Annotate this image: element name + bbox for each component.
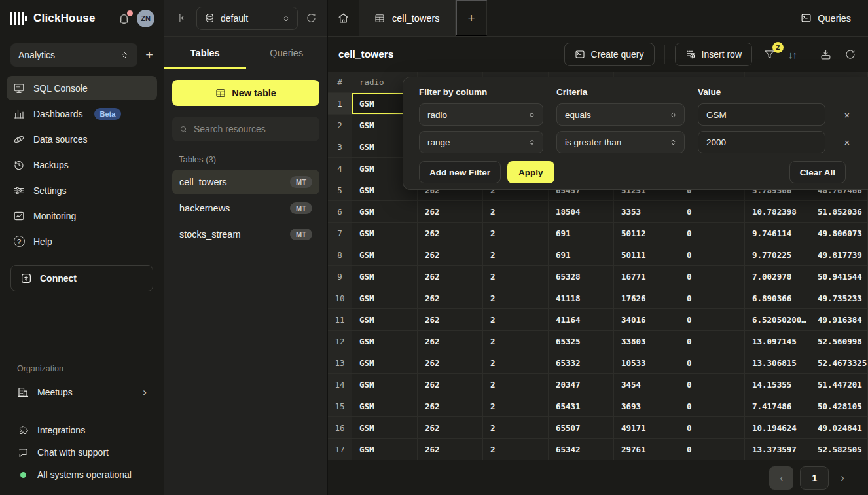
table-cell[interactable]: 17626 <box>614 287 679 309</box>
footer-item-integrations[interactable]: Integrations <box>10 420 153 440</box>
table-cell[interactable]: 41118 <box>549 287 614 309</box>
table-cell[interactable]: 49.735233 <box>810 287 868 309</box>
tab-queries[interactable]: Queries <box>246 37 328 69</box>
table-cell[interactable]: 52.560998 <box>810 331 868 352</box>
table-cell[interactable]: 2 <box>483 352 549 374</box>
table-cell[interactable]: 6.52050200… <box>745 309 810 331</box>
table-list-item-hackernews[interactable]: hackernews MT <box>172 196 319 221</box>
table-cell[interactable]: 262 <box>418 223 483 244</box>
table-cell[interactable]: 0 <box>679 244 745 266</box>
table-cell[interactable]: GSM <box>352 244 418 266</box>
home-button[interactable] <box>328 0 359 36</box>
sidebar-item-monitoring[interactable]: Monitoring <box>7 204 157 228</box>
table-cell[interactable]: 50.941544 <box>810 266 868 287</box>
table-cell[interactable]: 65328 <box>549 266 614 287</box>
refresh-data-button[interactable] <box>843 47 858 62</box>
sidebar-item-meetups[interactable]: Meetups › <box>10 380 153 404</box>
table-cell[interactable]: 2 <box>483 309 549 331</box>
table-cell[interactable]: 9.746114 <box>745 223 810 244</box>
apply-filters-button[interactable]: Apply <box>507 161 554 183</box>
table-cell[interactable]: 50111 <box>614 244 679 266</box>
filter-value-input-1[interactable] <box>698 103 825 126</box>
table-cell[interactable]: 0 <box>679 395 745 417</box>
table-list-item-cell-towers[interactable]: cell_towers MT <box>172 170 319 194</box>
table-cell[interactable]: 2 <box>483 266 549 287</box>
table-cell[interactable]: 0 <box>679 374 745 395</box>
main-tab-cell-towers[interactable]: cell_towers <box>359 0 456 36</box>
sidebar-item-settings[interactable]: Settings <box>7 178 157 202</box>
row-number[interactable]: 4 <box>328 158 352 179</box>
table-cell[interactable]: 10533 <box>614 352 679 374</box>
table-cell[interactable]: 13.373597 <box>745 439 810 460</box>
filter-value-input-2[interactable] <box>698 131 825 153</box>
table-cell[interactable]: 49171 <box>614 417 679 439</box>
table-cell[interactable]: 10.194624 <box>745 417 810 439</box>
table-cell[interactable]: 41164 <box>549 309 614 331</box>
table-cell[interactable]: 0 <box>679 309 745 331</box>
insert-row-button[interactable]: Insert row <box>675 43 752 66</box>
table-cell[interactable]: 262 <box>418 287 483 309</box>
table-cell[interactable]: 50.428105 <box>810 395 868 417</box>
table-cell[interactable]: GSM <box>352 223 418 244</box>
row-number[interactable]: 1 <box>328 93 352 115</box>
table-cell[interactable]: 50112 <box>614 223 679 244</box>
row-number[interactable]: 15 <box>328 395 352 417</box>
row-number[interactable]: 5 <box>328 179 352 201</box>
table-cell[interactable]: GSM <box>352 287 418 309</box>
remove-filter-button-2[interactable]: × <box>844 137 850 148</box>
avatar[interactable]: ZN <box>137 10 154 28</box>
table-cell[interactable]: 262 <box>418 439 483 460</box>
table-cell[interactable]: GSM <box>352 331 418 352</box>
current-page[interactable]: 1 <box>800 466 829 490</box>
sidebar-item-help[interactable]: ? Help <box>7 229 157 253</box>
sidebar-item-data-sources[interactable]: Data sources <box>7 127 157 151</box>
table-cell[interactable]: GSM <box>352 439 418 460</box>
table-cell[interactable]: 7.417486 <box>745 395 810 417</box>
table-cell[interactable]: 49.916384 <box>810 309 868 331</box>
notifications-button[interactable] <box>118 12 130 25</box>
add-filter-button[interactable]: Add new Filter <box>419 161 501 183</box>
table-cell[interactable]: 0 <box>679 223 745 244</box>
filter-button[interactable]: 2 <box>762 47 777 62</box>
table-cell[interactable]: GSM <box>352 266 418 287</box>
table-cell[interactable]: 34016 <box>614 309 679 331</box>
table-cell[interactable]: 65332 <box>549 352 614 374</box>
prev-page-button[interactable]: ‹ <box>769 466 793 490</box>
create-query-button[interactable]: Create query <box>564 43 655 66</box>
queries-button[interactable]: Queries <box>801 7 851 30</box>
row-number[interactable]: 12 <box>328 331 352 352</box>
new-tab-button[interactable]: + <box>456 0 487 36</box>
row-number[interactable]: 16 <box>328 417 352 439</box>
next-page-button[interactable]: › <box>835 471 850 485</box>
table-cell[interactable]: 16771 <box>614 266 679 287</box>
table-cell[interactable]: 2 <box>483 439 549 460</box>
row-number[interactable]: 14 <box>328 374 352 395</box>
table-cell[interactable]: 0 <box>679 439 745 460</box>
table-cell[interactable]: 2 <box>483 395 549 417</box>
table-cell[interactable]: 2 <box>483 201 549 223</box>
table-cell[interactable]: 20347 <box>549 374 614 395</box>
table-cell[interactable]: 33803 <box>614 331 679 352</box>
database-select[interactable]: default <box>196 7 298 30</box>
table-cell[interactable]: 65431 <box>549 395 614 417</box>
row-number[interactable]: 6 <box>328 201 352 223</box>
row-number[interactable]: 11 <box>328 309 352 331</box>
sidebar-item-sql-console[interactable]: SQL Console <box>7 76 157 100</box>
table-cell[interactable]: 3693 <box>614 395 679 417</box>
table-cell[interactable]: 13.097145 <box>745 331 810 352</box>
table-cell[interactable]: 3353 <box>614 201 679 223</box>
row-number[interactable]: 7 <box>328 223 352 244</box>
table-cell[interactable]: 0 <box>679 201 745 223</box>
table-cell[interactable]: GSM <box>352 201 418 223</box>
table-cell[interactable]: 2 <box>483 287 549 309</box>
table-cell[interactable]: 6.890366 <box>745 287 810 309</box>
footer-item-chat-support[interactable]: Chat with support <box>10 443 153 462</box>
table-cell[interactable]: 262 <box>418 309 483 331</box>
refresh-tables-button[interactable] <box>306 12 317 24</box>
download-button[interactable] <box>818 47 833 62</box>
sidebar-item-dashboards[interactable]: Dashboards Beta <box>7 101 157 126</box>
table-cell[interactable]: 2 <box>483 374 549 395</box>
table-cell[interactable]: 52.582505 <box>810 439 868 460</box>
table-cell[interactable]: 49.024841 <box>810 417 868 439</box>
row-number[interactable]: 13 <box>328 352 352 374</box>
